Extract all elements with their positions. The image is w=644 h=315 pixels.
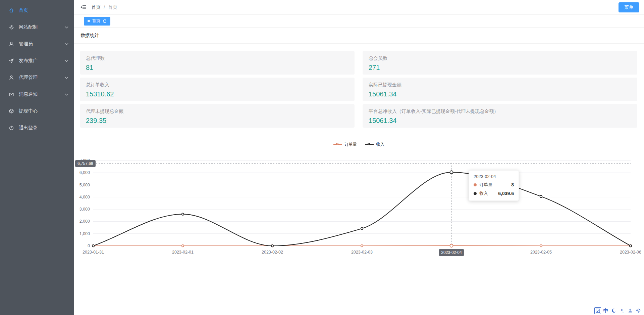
legend-item-orders[interactable]: 订单量 xyxy=(333,142,357,147)
ime-punctuation-icon[interactable]: °, xyxy=(619,307,626,314)
breadcrumb-current: 首页 xyxy=(108,4,117,10)
tooltip-title: 2023-02-04 xyxy=(474,174,514,179)
chevron-down-icon xyxy=(65,60,68,62)
data-point[interactable] xyxy=(540,195,542,197)
tooltip-series-name: 收入 xyxy=(479,190,488,196)
sidebar-item-message[interactable]: 消息通知 xyxy=(0,86,74,103)
chart-section: 订单量收入 01,0002,0003,0004,0005,0006,0007,0… xyxy=(74,141,644,260)
ime-handwriting-icon[interactable] xyxy=(594,307,601,314)
chart-canvas: 01,0002,0003,0004,0005,0006,0007,0002023… xyxy=(74,152,644,260)
breadcrumb-home[interactable]: 首页 xyxy=(91,4,101,10)
sidebar-item-label: 发布推广 xyxy=(19,58,38,64)
data-point[interactable] xyxy=(361,245,363,247)
chevron-down-icon xyxy=(65,26,68,29)
legend-item-revenue[interactable]: 收入 xyxy=(365,142,384,147)
chevron-down-icon xyxy=(65,43,68,45)
topbar: 首页 / 首页 菜单 xyxy=(74,0,644,15)
stat-label: 实际已提现金额 xyxy=(369,82,631,88)
y-tick-label: 0 xyxy=(88,243,90,248)
sidebar-item-label: 提现中心 xyxy=(19,108,38,114)
stat-value: 15310.62 xyxy=(86,90,114,98)
stats-grid: 总代理数81总会员数271总订单收入15310.62实际已提现金额15061.3… xyxy=(74,44,644,128)
ime-moon-icon[interactable] xyxy=(610,307,617,314)
x-tick-label: 2023-02-01 xyxy=(172,250,194,255)
home-icon xyxy=(9,8,14,13)
stat-card: 总会员数271 xyxy=(363,51,637,75)
y-tick-label: 1,000 xyxy=(79,231,90,236)
y-tick-label: 4,000 xyxy=(79,195,90,199)
tooltip-series-dot xyxy=(474,192,477,195)
sidebar-item-logout[interactable]: 退出登录 xyxy=(0,120,74,136)
stat-value: 81 xyxy=(86,64,93,72)
panel-header: 数据统计 xyxy=(74,28,644,44)
sidebar-item-home[interactable]: 首页 xyxy=(0,2,74,19)
stat-value: 15061.34 xyxy=(369,90,396,98)
tooltip-series-name: 订单量 xyxy=(479,182,492,188)
data-point[interactable] xyxy=(630,245,632,247)
stat-card: 总订单收入15310.62 xyxy=(80,78,355,101)
y-tick-label: 5,000 xyxy=(79,183,90,187)
series-line-收入 xyxy=(93,172,631,246)
stat-label: 平台总净收入（订单收入-实际已提现金额-代理未提现总金额） xyxy=(369,108,631,115)
ime-chinese-mode-icon[interactable]: 中 xyxy=(602,307,609,314)
sidebar-item-label: 管理员 xyxy=(19,41,33,47)
y-tick-label: 6,000 xyxy=(79,170,90,175)
chart-legend: 订单量收入 xyxy=(74,141,644,148)
tooltip-row: 收入6,039.6 xyxy=(474,190,514,196)
tabs-bar: 首页 xyxy=(74,15,644,28)
tooltip-row: 订单量8 xyxy=(474,182,514,188)
x-tick-label: 2023-02-02 xyxy=(262,250,283,255)
x-tick-label: 2023-01-31 xyxy=(83,250,104,255)
stat-label: 总订单收入 xyxy=(86,82,348,88)
sidebar-item-agent[interactable]: 代理管理 xyxy=(0,69,74,86)
stat-card: 平台总净收入（订单收入-实际已提现金额-代理未提现总金额）15061.34 xyxy=(363,104,637,128)
x-axis-pointer-badge: 2023-02-04 xyxy=(439,249,464,256)
legend-line-icon xyxy=(365,143,374,146)
data-point[interactable] xyxy=(182,213,184,215)
sidebar-item-admin[interactable]: 管理员 xyxy=(0,36,74,52)
legend-label: 订单量 xyxy=(344,142,357,147)
menu-button[interactable]: 菜单 xyxy=(619,2,639,12)
breadcrumb-separator: / xyxy=(104,5,105,10)
send-icon xyxy=(9,58,14,64)
y-axis-pointer-badge: 6,757.69 xyxy=(75,160,96,167)
tab-active-dot-icon xyxy=(88,20,90,22)
stat-value: 239.35 xyxy=(86,117,106,125)
stat-label: 代理未提现总金额 xyxy=(86,108,348,115)
sidebar-item-label: 消息通知 xyxy=(19,91,38,97)
stat-card: 实际已提现金额15061.34 xyxy=(363,78,637,101)
text-cursor xyxy=(107,117,107,124)
tab-label: 首页 xyxy=(92,18,100,24)
data-point[interactable] xyxy=(271,245,273,247)
data-point[interactable] xyxy=(450,244,453,247)
chevron-down-icon xyxy=(65,77,68,79)
sidebar-item-publish[interactable]: 发布推广 xyxy=(0,52,74,69)
sidebar-nav: 首页网站配制管理员发布推广代理管理消息通知提现中心退出登录 xyxy=(0,2,74,136)
legend-line-icon xyxy=(333,143,342,146)
y-tick-label: 3,000 xyxy=(79,207,90,212)
power-icon xyxy=(9,125,14,131)
sidebar-item-site-config[interactable]: 网站配制 xyxy=(0,19,74,36)
stat-label: 总代理数 xyxy=(86,55,348,61)
data-point[interactable] xyxy=(182,245,184,247)
stat-card: 总代理数81 xyxy=(80,51,355,75)
sidebar-item-withdraw[interactable]: 提现中心 xyxy=(0,103,74,120)
x-tick-label: 2023-02-03 xyxy=(351,250,373,255)
data-point[interactable] xyxy=(92,245,94,247)
data-point[interactable] xyxy=(361,227,363,229)
user-icon xyxy=(9,75,14,81)
refresh-icon[interactable] xyxy=(103,19,107,23)
cube-icon xyxy=(9,108,14,114)
panel-title: 数据统计 xyxy=(80,33,99,39)
tab-home[interactable]: 首页 xyxy=(84,17,110,26)
sidebar-item-label: 网站配制 xyxy=(19,24,38,30)
data-point[interactable] xyxy=(540,245,542,247)
sidebar-item-label: 首页 xyxy=(19,7,28,13)
ime-toolbar: 中 °, xyxy=(592,306,644,315)
line-chart[interactable]: 01,0002,0003,0004,0005,0006,0007,0002023… xyxy=(74,152,644,260)
collapse-sidebar-icon[interactable] xyxy=(80,5,87,10)
tooltip-series-value: 6,039.6 xyxy=(498,191,514,196)
ime-gear-icon[interactable] xyxy=(635,307,642,314)
ime-user-icon[interactable] xyxy=(627,307,634,314)
data-point[interactable] xyxy=(450,171,453,174)
